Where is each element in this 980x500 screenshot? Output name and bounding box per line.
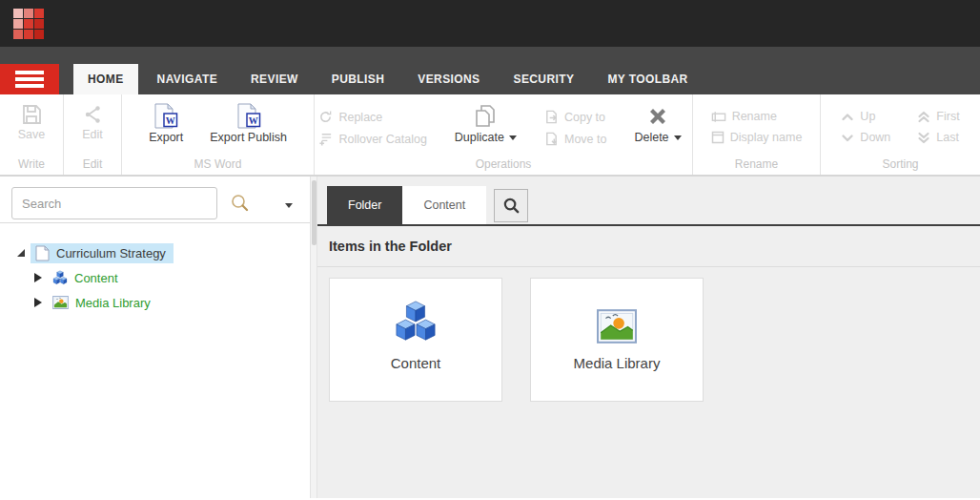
ribbon-tab-bar: HOME NAVIGATE REVIEW PUBLISH VERSIONS SE…: [0, 47, 980, 94]
tree-item-label: Media Library: [75, 296, 151, 310]
ribbon-toolbar: Save Write Edit Edit Export Export Publi…: [0, 94, 980, 177]
down-label: Down: [860, 131, 890, 144]
tree-item-media-library[interactable]: Media Library: [0, 290, 310, 315]
export-label: Export: [149, 131, 183, 144]
last-label: Last: [936, 131, 959, 144]
move-to-label: Move to: [564, 133, 606, 146]
panel-header: Items in the Folder: [317, 226, 980, 267]
sort-last-button[interactable]: Last: [917, 131, 959, 144]
tree-expander-collapsed-icon[interactable]: [34, 273, 42, 282]
item-card-label: Media Library: [574, 355, 661, 371]
menu-hamburger-button[interactable]: [0, 64, 59, 94]
red-grid-logo: [13, 9, 44, 39]
edit-label: Edit: [82, 128, 103, 141]
tab-review[interactable]: REVIEW: [236, 64, 313, 94]
duplicate-icon: [473, 103, 498, 129]
share-icon: [81, 103, 104, 126]
copy-to-button[interactable]: Copy to: [544, 110, 606, 124]
export-publish-button[interactable]: Export Publish: [203, 100, 294, 144]
tree-item-curriculum-strategy[interactable]: Curriculum Strategy: [0, 240, 310, 265]
move-to-button[interactable]: Move to: [544, 132, 606, 146]
folder-tree: Curriculum Strategy Content: [0, 223, 310, 315]
double-chevron-up-icon: [917, 111, 930, 123]
navigation-tree-panel: Curriculum Strategy Content: [0, 177, 310, 498]
group-ms-word: Export Export Publish MS Word: [122, 94, 315, 175]
sort-up-button[interactable]: Up: [841, 110, 890, 123]
tab-security[interactable]: SECURITY: [500, 64, 589, 94]
copy-to-label: Copy to: [564, 111, 605, 124]
export-button[interactable]: Export: [142, 100, 190, 144]
up-label: Up: [860, 110, 875, 123]
scrollbar-thumb[interactable]: [312, 180, 316, 245]
duplicate-label: Duplicate: [455, 131, 504, 144]
item-card-media-library[interactable]: Media Library: [530, 278, 704, 402]
group-label-ms-word: MS Word: [122, 157, 314, 171]
media-image-icon: [52, 296, 69, 309]
group-label-write: Write: [0, 157, 63, 171]
search-icon: [502, 197, 521, 215]
tree-item-content[interactable]: Content: [0, 265, 310, 290]
display-name-icon: [711, 131, 725, 144]
word-document-icon: [235, 103, 263, 129]
search-input[interactable]: [11, 187, 217, 219]
edit-button[interactable]: Edit: [74, 100, 111, 141]
copy-to-icon: [544, 110, 559, 124]
tree-expander-expanded-icon[interactable]: [17, 249, 25, 257]
top-app-bar: [0, 0, 980, 47]
save-icon: [20, 103, 43, 126]
tab-versions[interactable]: VERSIONS: [403, 64, 494, 94]
replace-label: Replace: [338, 111, 382, 124]
item-card-label: Content: [391, 355, 441, 371]
sort-down-button[interactable]: Down: [841, 131, 890, 144]
rollover-catalog-icon: [318, 132, 333, 146]
chevron-down-icon: [285, 203, 293, 208]
media-image-icon: [597, 279, 637, 344]
rollover-catalog-button[interactable]: Rollover Catalog: [318, 132, 426, 146]
rename-button[interactable]: Rename: [711, 110, 803, 123]
display-name-label: Display name: [730, 131, 803, 144]
delete-x-icon: [647, 103, 668, 129]
document-icon: [35, 245, 50, 261]
tab-my-toolbar[interactable]: MY TOOLBAR: [593, 64, 702, 94]
tab-navigate[interactable]: NAVIGATE: [143, 64, 232, 94]
rename-icon: [711, 111, 726, 123]
group-sorting: Up Down First Last So: [821, 94, 980, 175]
group-label-rename: Rename: [693, 157, 820, 171]
tree-item-label: Curriculum Strategy: [56, 246, 166, 260]
folder-content-panel: Folder Content Items in the Folder Conte…: [317, 177, 980, 498]
sort-first-button[interactable]: First: [917, 110, 959, 123]
replace-button[interactable]: Replace: [318, 110, 426, 124]
group-operations: Replace Rollover Catalog Duplicate: [315, 94, 693, 175]
content-search-button[interactable]: [494, 189, 528, 222]
search-options-dropdown[interactable]: [285, 197, 293, 211]
word-document-icon: [152, 103, 180, 129]
chevron-down-icon: [841, 133, 854, 143]
content-tab-strip: Folder Content: [317, 177, 980, 224]
delete-button[interactable]: Delete: [627, 100, 687, 144]
item-card-content[interactable]: Content: [329, 278, 502, 402]
duplicate-button[interactable]: Duplicate: [448, 100, 523, 144]
group-rename: Rename Display name Rename: [693, 94, 821, 175]
search-icon[interactable]: [230, 193, 251, 214]
group-label-operations: Operations: [315, 157, 692, 171]
chevron-up-icon: [841, 112, 854, 122]
group-label-sorting: Sorting: [821, 157, 980, 171]
rename-label: Rename: [732, 110, 777, 123]
chevron-down-icon: [509, 135, 517, 140]
group-label-edit: Edit: [64, 157, 121, 171]
tree-item-label: Content: [74, 271, 118, 285]
chevron-down-icon: [674, 135, 682, 140]
tab-home[interactable]: HOME: [73, 64, 138, 94]
content-cubes-icon: [394, 279, 438, 344]
tab-content[interactable]: Content: [402, 186, 486, 224]
display-name-button[interactable]: Display name: [711, 131, 803, 144]
folder-items-grid: Content Media Library: [317, 267, 980, 412]
tree-expander-collapsed-icon[interactable]: [34, 298, 42, 307]
tab-publish[interactable]: PUBLISH: [317, 64, 398, 94]
tab-folder[interactable]: Folder: [327, 186, 402, 224]
save-label: Save: [18, 128, 46, 141]
export-publish-label: Export Publish: [210, 131, 287, 144]
save-button[interactable]: Save: [11, 100, 52, 141]
tree-panel-scrollbar[interactable]: [310, 177, 317, 498]
first-label: First: [936, 110, 959, 123]
